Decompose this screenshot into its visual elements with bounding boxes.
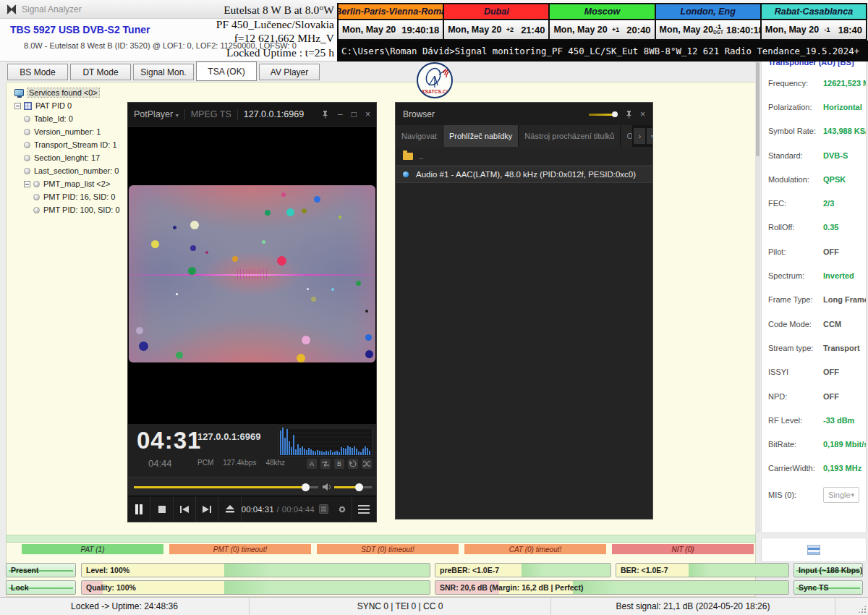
browser-tab-3[interactable]: Nástroj procházení titulků — [519, 125, 621, 147]
collapse-expander[interactable] — [14, 103, 21, 109]
tree-item[interactable]: Version_number: 1 — [14, 125, 120, 138]
stream-list-item[interactable]: Audio #1 - AAC(LATM), 48.0 kHz (PID:0x01… — [396, 166, 652, 183]
transponder-row: Polarization:Horizontal — [768, 95, 859, 119]
transponder-label: FEC: — [768, 199, 823, 208]
swap-icon[interactable] — [320, 459, 331, 469]
tree-item[interactable]: Transport_Stream ID: 1 — [14, 138, 120, 151]
seek-handle[interactable] — [302, 483, 310, 491]
collapse-expander[interactable] — [24, 181, 30, 187]
repeat-icon[interactable] — [348, 459, 358, 469]
opacity-slider[interactable] — [589, 111, 618, 118]
tab-av-player[interactable]: AV Player — [259, 64, 320, 80]
tab-bs-mode[interactable]: BS Mode — [7, 64, 68, 80]
stream-bullet-icon — [403, 171, 409, 177]
tree-item-label: PMT PID: 100, SID: 0 — [43, 205, 120, 214]
browser-title: Browser — [403, 109, 435, 119]
clock-city: Rabat-Casablanca — [762, 4, 866, 20]
psi-warn-segment: NIT (0) — [612, 544, 754, 554]
close-button[interactable]: × — [640, 109, 645, 119]
duration-small: 04:44 — [148, 458, 172, 469]
offset-dst: DST — [713, 30, 723, 35]
node-bullet-icon — [33, 181, 40, 187]
parent-dir-item[interactable]: .. — [419, 152, 423, 161]
panel-scrollbar[interactable] — [755, 62, 760, 533]
clock-1: Berlin-Paris-Vienna-RomaMon, May 2019:40… — [339, 4, 444, 39]
tree-item[interactable]: PMT PID: 100, SID: 0 — [14, 203, 120, 216]
table-view-button[interactable] — [761, 538, 867, 562]
video-area[interactable] — [128, 127, 376, 424]
clock-date: Mon, May 20 — [765, 25, 819, 35]
psi-ok-segment: PAT (1) — [22, 544, 163, 554]
tab-tsa-ok-[interactable]: TSA (OK) — [196, 62, 257, 81]
tree-item[interactable]: PMT PID: 16, SID: 0 — [14, 190, 120, 203]
pause-button[interactable] — [128, 496, 150, 522]
browser-tab-2[interactable]: Prohlížeč nabídky — [443, 125, 519, 147]
volume-icon[interactable] — [323, 483, 332, 491]
browser-titlebar[interactable]: Browser × — [396, 103, 652, 125]
volume-handle[interactable] — [355, 483, 363, 491]
eject-button[interactable] — [218, 496, 241, 522]
close-button[interactable]: × — [365, 109, 370, 119]
ab-a-button[interactable]: A — [307, 459, 317, 469]
tree-indent — [24, 197, 33, 198]
settings-gear-button[interactable] — [333, 496, 352, 522]
transponder-row: Spectrum:Inverted — [768, 263, 859, 287]
clock-time-row: Mon, May 2019:40:18 — [339, 20, 443, 39]
browser-tab-1[interactable]: Navigovat — [396, 125, 443, 147]
clock-offset: -1DST — [713, 25, 723, 35]
next-button[interactable] — [196, 496, 218, 522]
resize-grip[interactable] — [858, 605, 867, 614]
browser-tab-4[interactable]: Online Subs — [621, 125, 633, 147]
preber-meter: preBER: <1.0E-7 — [435, 563, 611, 577]
psi-tree: Services found <0>PAT PID 0Table_Id: 0Ve… — [14, 86, 120, 216]
tab-list-dropdown-icon[interactable]: ▾ — [647, 128, 652, 144]
transponder-value: DVB-S — [823, 151, 848, 160]
transponder-label: RollOff: — [768, 223, 823, 232]
seek-bar-rest[interactable] — [309, 486, 318, 488]
previous-button[interactable] — [174, 496, 196, 522]
transponder-row: FEC:2/3 — [768, 191, 859, 215]
transponder-value: 143,988 KS/s — [823, 127, 867, 135]
playlist-button[interactable] — [315, 496, 333, 522]
volume-bar-rest[interactable] — [362, 486, 372, 488]
menu-button[interactable] — [352, 496, 376, 522]
shuffle-icon[interactable] — [362, 459, 372, 469]
pin-icon[interactable] — [625, 110, 633, 119]
tree-item[interactable]: Section_lenght: 17 — [14, 151, 120, 164]
tab-dt-mode[interactable]: DT Mode — [70, 64, 131, 80]
tree-item-label: Table_Id: 0 — [34, 114, 73, 123]
seek-bar[interactable] — [134, 486, 305, 488]
tree-item[interactable]: Table_Id: 0 — [14, 112, 120, 125]
potplayer-titlebar[interactable]: PotPlayer ▾ MPEG TS 127.0.0.1:6969 – □ × — [128, 103, 376, 127]
ber-meter: BER: <1.0E-7 — [616, 563, 789, 577]
annotation-note: Eutelsat 8 W B at 8.0°W PF 450_Lučenec/S… — [171, 3, 334, 59]
quality-meter: Quality: 100% — [81, 580, 430, 595]
psi-table-row: PAT (1)PMT (0) timeout!SDT (0) timeout!C… — [22, 544, 754, 554]
potplayer-menu[interactable]: PotPlayer ▾ — [134, 109, 179, 119]
window-title: Signal Analyzer — [22, 0, 82, 19]
app-icon — [6, 4, 17, 15]
maximize-button[interactable]: □ — [352, 109, 357, 119]
transponder-label: Spectrum: — [768, 271, 823, 280]
divider — [237, 109, 238, 120]
folder-path-row[interactable]: .. — [396, 147, 652, 166]
pin-icon[interactable] — [321, 110, 329, 119]
tree-item[interactable]: PAT PID 0 — [14, 99, 120, 112]
viz-dot — [365, 350, 373, 358]
tree-item-label: Version_number: 1 — [34, 127, 101, 136]
tab-scroll-right-icon[interactable]: › — [634, 128, 645, 144]
viz-dot — [190, 245, 196, 251]
stop-button[interactable] — [150, 496, 173, 522]
clock-offset: -1 — [824, 27, 830, 33]
mis-select[interactable]: Single ▾ — [823, 487, 859, 503]
tab-signal-mon-[interactable]: Signal Mon. — [133, 64, 194, 80]
logo-text: DXSATCS.COM — [418, 89, 451, 94]
scrollbar-thumb[interactable] — [756, 62, 760, 156]
tree-item[interactable]: Services found <0> — [14, 86, 120, 99]
viz-dot — [262, 240, 265, 244]
transponder-row: Pilot:OFF — [768, 239, 859, 263]
minimize-button[interactable]: – — [338, 109, 343, 119]
ab-b-button[interactable]: B — [334, 459, 344, 469]
tree-item[interactable]: PMT_map_list <2> — [14, 177, 120, 190]
tree-item[interactable]: Last_section_number: 0 — [14, 164, 120, 177]
